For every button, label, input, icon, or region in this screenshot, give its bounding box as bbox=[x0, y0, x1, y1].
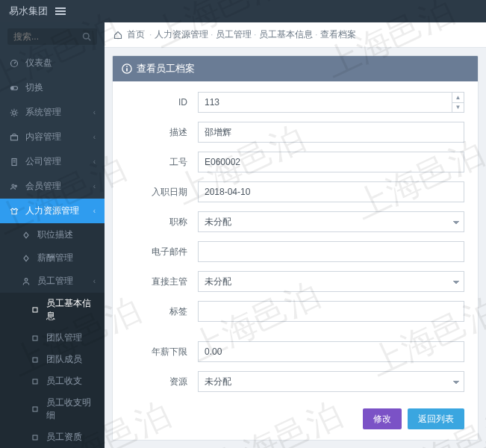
label-manager: 直接主管 bbox=[126, 276, 198, 288]
chevron-left-icon: ‹ bbox=[93, 133, 96, 141]
label-empno: 工号 bbox=[126, 156, 198, 169]
bullet-icon bbox=[30, 305, 40, 315]
search-icon bbox=[82, 32, 91, 41]
spinner-up-icon[interactable]: ▲ bbox=[452, 93, 464, 103]
bullet-icon bbox=[30, 404, 40, 414]
svg-point-15 bbox=[12, 184, 14, 187]
label-asset: 资源 bbox=[126, 376, 198, 388]
sidebar-item[interactable]: 员工收支明细 bbox=[0, 392, 105, 426]
label-title: 职称 bbox=[126, 216, 198, 228]
search-input[interactable] bbox=[13, 31, 82, 42]
box-icon bbox=[9, 132, 19, 143]
sidebar-item[interactable]: 切换 bbox=[0, 75, 105, 100]
sidebar-item[interactable]: 内容管理‹ bbox=[0, 125, 105, 149]
panel-head: 查看员工档案 bbox=[113, 56, 478, 81]
input-tags[interactable] bbox=[198, 301, 464, 322]
id-spinner[interactable]: ▲▼ bbox=[452, 93, 464, 112]
breadcrumb-item[interactable]: 查看档案 bbox=[320, 29, 356, 40]
label-salaryfloor: 年薪下限 bbox=[126, 346, 198, 358]
label-desc: 描述 bbox=[126, 126, 198, 139]
label-id: ID bbox=[126, 97, 198, 108]
panel-title: 查看员工档案 bbox=[137, 62, 195, 75]
svg-point-17 bbox=[25, 278, 28, 281]
input-salaryfloor[interactable] bbox=[198, 341, 464, 362]
sidebar-item[interactable]: 员工资质 bbox=[0, 426, 105, 448]
svg-rect-20 bbox=[33, 358, 37, 362]
gear-icon bbox=[9, 108, 19, 118]
svg-point-0 bbox=[84, 34, 90, 40]
select-asset[interactable]: 未分配 bbox=[198, 371, 464, 392]
svg-rect-21 bbox=[33, 379, 37, 384]
sidebar-item[interactable]: 会员管理‹ bbox=[0, 174, 105, 199]
svg-rect-7 bbox=[11, 135, 18, 140]
sidebar-nav: 仪表盘 切换 系统管理‹ 内容管理‹ 公司管理‹ 会员管理‹ 人力资源管理‹ 职… bbox=[0, 51, 105, 448]
label-email: 电子邮件 bbox=[126, 246, 198, 258]
breadcrumb-sep: · bbox=[315, 29, 317, 40]
input-empno[interactable] bbox=[198, 152, 464, 172]
sidebar-item[interactable]: 员工管理‹ bbox=[0, 270, 105, 293]
diamond-icon bbox=[21, 230, 31, 240]
sidebar-item[interactable]: 人力资源管理‹ bbox=[0, 199, 105, 223]
sidebar-item-label: 薪酬管理 bbox=[37, 252, 73, 264]
sidebar-item-label: 公司管理 bbox=[25, 155, 61, 168]
sidebar-item[interactable]: 员工基本信息 bbox=[0, 293, 105, 327]
sidebar-search[interactable] bbox=[7, 28, 97, 45]
input-desc[interactable] bbox=[198, 122, 464, 143]
sidebar-item[interactable]: 系统管理‹ bbox=[0, 100, 105, 125]
sidebar-item-label: 系统管理 bbox=[25, 106, 61, 119]
sidebar-item[interactable]: 团队成员 bbox=[0, 349, 105, 370]
svg-rect-22 bbox=[33, 407, 37, 411]
breadcrumb-item[interactable]: 员工管理 bbox=[216, 29, 252, 40]
chevron-left-icon: ‹ bbox=[93, 108, 96, 116]
sidebar-item-label: 团队成员 bbox=[46, 353, 82, 366]
building-icon bbox=[9, 157, 19, 167]
svg-rect-19 bbox=[33, 336, 37, 340]
diamond-icon bbox=[21, 253, 31, 264]
users-icon bbox=[9, 181, 19, 192]
select-title[interactable]: 未分配 bbox=[198, 211, 464, 232]
toggle-icon bbox=[9, 83, 19, 93]
panel: 查看员工档案 ID▲▼ 描述 工号 入职日期 职称未分配 电子邮件 直接主管未分… bbox=[112, 55, 479, 441]
label-tags: 标签 bbox=[126, 305, 198, 318]
chevron-left-icon: ‹ bbox=[93, 182, 96, 190]
sidebar-item[interactable]: 仪表盘 bbox=[0, 51, 105, 75]
sidebar-item-label: 员工基本信息 bbox=[46, 297, 96, 323]
bullet-icon bbox=[30, 355, 40, 365]
breadcrumb-item[interactable]: 人力资源管理 bbox=[155, 29, 208, 40]
content-area: 首页 · 人力资源管理 · 员工管理 · 员工基本信息 · 查看档案 查看员工档… bbox=[105, 22, 486, 448]
breadcrumb-home[interactable]: 首页 bbox=[127, 28, 145, 41]
sidebar-item-label: 员工资质 bbox=[46, 431, 82, 444]
input-hiredate[interactable] bbox=[198, 181, 464, 202]
input-email[interactable] bbox=[198, 241, 464, 262]
sidebar-item-label: 员工管理 bbox=[37, 275, 73, 287]
svg-line-1 bbox=[88, 38, 90, 40]
svg-line-3 bbox=[14, 61, 16, 63]
sidebar-item[interactable]: 公司管理‹ bbox=[0, 149, 105, 174]
back-button[interactable]: 返回列表 bbox=[408, 408, 464, 429]
spinner-down-icon[interactable]: ▼ bbox=[452, 103, 464, 113]
breadcrumb-sep: · bbox=[211, 29, 213, 40]
breadcrumb-sep: · bbox=[254, 29, 256, 40]
edit-button[interactable]: 修改 bbox=[363, 408, 402, 429]
info-icon bbox=[122, 63, 132, 74]
sidebar-item-label: 职位描述 bbox=[37, 228, 73, 241]
sidebar-item[interactable]: 薪酬管理 bbox=[0, 246, 105, 270]
sidebar-item[interactable]: 团队管理 bbox=[0, 327, 105, 349]
select-manager[interactable]: 未分配 bbox=[198, 271, 464, 292]
topbar: 易水集团 bbox=[0, 0, 486, 22]
person-icon bbox=[21, 276, 31, 287]
bullet-icon bbox=[30, 333, 40, 343]
sidebar-item-label: 会员管理 bbox=[25, 180, 61, 193]
sidebar-item[interactable]: 职位描述 bbox=[0, 223, 105, 246]
input-id[interactable] bbox=[198, 92, 464, 113]
sidebar-item-label: 切换 bbox=[25, 81, 43, 94]
bullet-icon bbox=[30, 432, 40, 443]
breadcrumb-item[interactable]: 员工基本信息 bbox=[259, 29, 313, 40]
dashboard-icon bbox=[9, 58, 19, 69]
breadcrumb: 首页 · 人力资源管理 · 员工管理 · 员工基本信息 · 查看档案 bbox=[105, 22, 486, 48]
form: ID▲▼ 描述 工号 入职日期 职称未分配 电子邮件 直接主管未分配 标签 年薪… bbox=[113, 81, 478, 401]
sidebar-item-label: 员工收支 bbox=[46, 375, 82, 388]
hamburger-icon[interactable] bbox=[55, 7, 66, 15]
svg-rect-23 bbox=[33, 435, 37, 440]
sidebar-item[interactable]: 员工收支 bbox=[0, 370, 105, 392]
